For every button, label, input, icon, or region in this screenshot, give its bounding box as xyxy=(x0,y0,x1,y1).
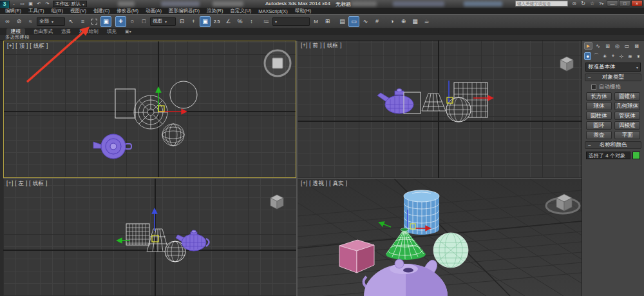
shapes-icon[interactable]: ⌒ xyxy=(592,52,600,60)
cone-front-wireframe[interactable] xyxy=(422,94,446,111)
infocenter-search-icon[interactable]: ⊙ xyxy=(571,1,578,6)
menu-views[interactable]: 视图(V) xyxy=(70,8,86,14)
geosphere-3d[interactable] xyxy=(433,233,468,268)
spinner-snap-icon[interactable] xyxy=(246,16,257,27)
infocenter-search-input[interactable] xyxy=(515,1,568,6)
hierarchy-tab-icon[interactable]: ⊞ xyxy=(603,42,612,50)
cylinder-side-wireframe[interactable] xyxy=(126,224,149,245)
sphere-front-wireframe[interactable] xyxy=(446,97,471,122)
keyboard-override-toggle[interactable] xyxy=(200,16,211,27)
viewport-front-label[interactable]: [+] [ 前 ] [ 线框 ] xyxy=(301,42,342,50)
material-editor-icon[interactable] xyxy=(386,16,397,27)
geometry-icon[interactable]: ● xyxy=(584,52,591,60)
rendered-frame-window-icon[interactable] xyxy=(410,16,421,27)
window-close-button[interactable]: × xyxy=(631,0,643,6)
menu-modifiers[interactable]: 修改器(M) xyxy=(117,8,138,14)
snap-toggle-25d[interactable]: 2.5 xyxy=(211,16,222,27)
viewcube-front[interactable] xyxy=(560,57,573,71)
window-minimize-button[interactable]: — xyxy=(607,0,618,6)
ribbon-tab-selection[interactable]: 选择 xyxy=(61,28,71,35)
teapot-top-wireframe[interactable] xyxy=(93,134,131,159)
ribbon-tab-populate[interactable]: 填充 xyxy=(107,28,117,35)
named-selection-sets-dropdown[interactable] xyxy=(272,17,310,26)
cone-top-wireframe[interactable] xyxy=(134,95,167,129)
box-3d[interactable] xyxy=(339,240,374,273)
systems-icon[interactable]: ∗ xyxy=(635,52,642,60)
box-top-wireframe[interactable] xyxy=(115,89,135,118)
mirror-icon[interactable] xyxy=(310,16,321,27)
save-file-icon[interactable]: ▣ xyxy=(26,1,35,7)
teapot-3d[interactable] xyxy=(364,259,448,296)
viewport-front[interactable]: [+] [ 前 ] [ 线框 ] xyxy=(298,41,582,178)
menu-animation[interactable]: 动画(A) xyxy=(146,8,162,14)
graphite-ribbon-toggle[interactable] xyxy=(348,16,359,27)
object-type-rollout-header[interactable]: − 对象类型 xyxy=(585,74,641,81)
primitive-box-button[interactable]: 长方体 xyxy=(586,92,612,101)
ribbon-minimize-icon[interactable]: ▣ xyxy=(125,29,131,34)
unlink-selection-icon[interactable] xyxy=(14,16,24,27)
ribbon-tab-object-paint[interactable]: 对象绘制 xyxy=(79,28,99,35)
help-icon[interactable]: ? xyxy=(598,1,605,6)
menu-help[interactable]: 帮助(H) xyxy=(295,8,311,14)
polygon-modeling-panel[interactable]: 多边形建模 xyxy=(5,34,30,41)
viewport-top[interactable]: [+] [ 顶 ] [ 线框 ] xyxy=(3,41,296,178)
viewport-top-label[interactable]: [+] [ 顶 ] [ 线框 ] xyxy=(7,43,48,50)
create-tab-icon[interactable]: ► xyxy=(584,42,592,50)
reference-coordinate-dropdown[interactable]: 视图 xyxy=(150,17,176,26)
geosphere-top-wireframe[interactable] xyxy=(162,124,184,146)
menu-group[interactable]: 组(G) xyxy=(52,8,63,14)
ribbon-tab-freeform[interactable]: 自由形式 xyxy=(33,28,53,35)
viewport-perspective-label[interactable]: [+] [ 透视 ] [ 真实 ] xyxy=(301,180,347,188)
display-tab-icon[interactable]: ▭ xyxy=(623,42,631,50)
rectangular-selection-region-icon[interactable] xyxy=(89,16,100,27)
primitive-tube-button[interactable]: 管状体 xyxy=(614,112,640,120)
primitive-pyramid-button[interactable]: 四棱锥 xyxy=(614,121,640,130)
object-name-field[interactable]: 选择了 4 个对象 xyxy=(586,152,630,159)
menu-graph-editors[interactable]: 图形编辑器(D) xyxy=(169,8,200,14)
select-and-manipulate-icon[interactable] xyxy=(188,16,199,27)
render-setup-icon[interactable] xyxy=(398,16,409,27)
select-by-name-icon[interactable] xyxy=(77,16,88,27)
cylinder-top-wireframe[interactable] xyxy=(170,81,197,108)
render-production-icon[interactable] xyxy=(421,16,432,27)
primitive-teapot-button[interactable]: 茶壶 xyxy=(586,131,612,139)
app-logo-icon[interactable]: 3 xyxy=(0,1,10,8)
select-and-link-icon[interactable] xyxy=(2,16,13,27)
primitive-sphere-button[interactable]: 球体 xyxy=(586,102,612,110)
primitive-torus-button[interactable]: 圆环 xyxy=(586,121,612,130)
primitive-plane-button[interactable]: 平面 xyxy=(614,131,640,139)
redo-icon[interactable]: ↷ xyxy=(43,1,52,7)
schematic-view-icon[interactable] xyxy=(372,16,383,27)
open-file-icon[interactable]: ▭ xyxy=(18,1,26,7)
menu-rendering[interactable]: 渲染(R) xyxy=(207,8,223,14)
viewcube-left[interactable] xyxy=(270,195,283,209)
space-warps-icon[interactable]: ≋ xyxy=(627,52,634,60)
lights-icon[interactable]: ☀ xyxy=(601,52,608,60)
new-scene-icon[interactable]: ▫ xyxy=(10,1,18,7)
selection-filter-dropdown[interactable]: 全部 xyxy=(37,17,65,26)
primitive-cone-button[interactable]: 圆锥体 xyxy=(614,92,640,101)
cameras-icon[interactable]: ⌖ xyxy=(610,52,617,60)
primitive-category-dropdown[interactable]: 标准基本体 xyxy=(585,63,641,72)
favorites-icon[interactable]: ☆ xyxy=(589,1,596,6)
curve-editor-icon[interactable] xyxy=(360,16,371,27)
menu-create[interactable]: 创建(C) xyxy=(93,8,109,14)
layer-manager-icon[interactable] xyxy=(337,16,348,27)
select-and-move-icon[interactable] xyxy=(115,16,126,27)
modify-tab-icon[interactable]: ∿ xyxy=(594,42,602,50)
menu-customize[interactable]: 自定义(U) xyxy=(230,8,251,14)
select-and-rotate-icon[interactable] xyxy=(127,16,138,27)
window-restore-button[interactable]: □ xyxy=(619,0,630,6)
use-pivot-center-icon[interactable] xyxy=(176,16,187,27)
select-object-icon[interactable] xyxy=(66,16,77,27)
primitive-geosphere-button[interactable]: 几何球体 xyxy=(614,102,640,110)
utilities-tab-icon[interactable]: ⊠ xyxy=(632,42,641,50)
object-color-swatch[interactable] xyxy=(632,152,640,159)
menu-tools[interactable]: 工具(T) xyxy=(28,8,44,14)
workspace-dropdown[interactable]: 工作区: 默认 xyxy=(53,1,87,7)
percent-snap-icon[interactable] xyxy=(234,16,245,27)
helpers-icon[interactable]: ⊹ xyxy=(618,52,625,60)
angle-snap-icon[interactable] xyxy=(223,16,234,27)
name-color-rollout-header[interactable]: − 名称和颜色 xyxy=(585,141,641,149)
align-icon[interactable] xyxy=(322,16,333,27)
